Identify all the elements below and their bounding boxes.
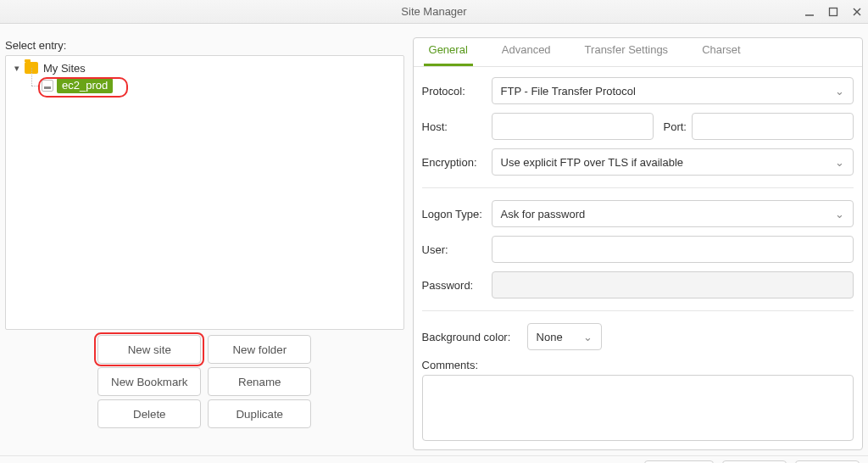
chevron-down-icon: ⌄: [583, 331, 593, 343]
tree-connector: [26, 76, 42, 95]
background-color-select[interactable]: None ⌄: [527, 323, 602, 350]
logon-type-select[interactable]: Ask for password ⌄: [492, 200, 854, 227]
tree-root-label: My Sites: [43, 62, 86, 75]
titlebar: Site Manager: [0, 0, 868, 24]
tree-root-row[interactable]: ▾ My Sites: [11, 59, 398, 76]
host-label: Host:: [422, 120, 492, 133]
comments-textarea[interactable]: [422, 375, 854, 441]
user-label: User:: [422, 243, 492, 256]
comments-label: Comments:: [422, 359, 854, 371]
server-icon: [42, 80, 53, 92]
tab-general[interactable]: General: [424, 36, 473, 66]
connect-button[interactable]: Connect: [644, 460, 714, 464]
site-action-buttons: New site New folder New Bookmark Rename …: [5, 335, 404, 428]
logon-type-value: Ask for password: [501, 208, 586, 220]
svg-rect-1: [830, 8, 837, 15]
new-bookmark-button[interactable]: New Bookmark: [97, 367, 201, 396]
background-color-value: None: [537, 331, 563, 343]
port-input[interactable]: [692, 113, 854, 140]
host-input[interactable]: [492, 113, 654, 140]
chevron-down-icon[interactable]: ▾: [11, 63, 23, 74]
password-input: [492, 271, 854, 298]
tree-site-label: ec2_prod: [57, 78, 113, 93]
port-label: Port:: [664, 120, 687, 133]
separator: [422, 310, 854, 311]
encryption-value: Use explicit FTP over TLS if available: [501, 156, 684, 169]
new-site-button[interactable]: New site: [97, 335, 201, 364]
window-title: Site Manager: [401, 5, 466, 18]
tab-charset[interactable]: Charset: [697, 36, 746, 66]
close-icon[interactable]: [851, 6, 863, 18]
tab-bar: General Advanced Transfer Settings Chars…: [414, 38, 862, 67]
select-entry-label: Select entry:: [5, 39, 404, 52]
encryption-label: Encryption:: [422, 156, 492, 169]
duplicate-button[interactable]: Duplicate: [208, 399, 311, 428]
tab-advanced[interactable]: Advanced: [497, 36, 556, 66]
protocol-value: FTP - File Transfer Protocol: [501, 85, 636, 98]
chevron-down-icon: ⌄: [835, 208, 844, 220]
cancel-button[interactable]: Cancel: [795, 460, 860, 464]
minimize-icon[interactable]: [804, 6, 815, 18]
background-color-label: Background color:: [422, 331, 527, 343]
site-tree[interactable]: ▾ My Sites ec2_prod: [5, 55, 404, 330]
user-input[interactable]: [492, 236, 854, 263]
logon-type-label: Logon Type:: [422, 208, 492, 220]
rename-button[interactable]: Rename: [208, 367, 311, 396]
settings-panel: General Advanced Transfer Settings Chars…: [413, 37, 863, 450]
dialog-footer: Connect OK Cancel: [0, 455, 868, 463]
password-label: Password:: [422, 279, 492, 292]
chevron-down-icon: ⌄: [835, 85, 844, 98]
protocol-select[interactable]: FTP - File Transfer Protocol ⌄: [492, 77, 854, 104]
maximize-icon[interactable]: [827, 6, 839, 18]
chevron-down-icon: ⌄: [835, 156, 844, 169]
tree-site-row[interactable]: ec2_prod: [26, 76, 398, 95]
new-folder-button[interactable]: New folder: [208, 335, 311, 364]
separator: [422, 187, 854, 188]
delete-button[interactable]: Delete: [97, 399, 201, 428]
ok-button[interactable]: OK: [722, 460, 787, 464]
encryption-select[interactable]: Use explicit FTP over TLS if available ⌄: [492, 148, 854, 176]
protocol-label: Protocol:: [422, 85, 492, 98]
tab-transfer-settings[interactable]: Transfer Settings: [580, 36, 674, 66]
